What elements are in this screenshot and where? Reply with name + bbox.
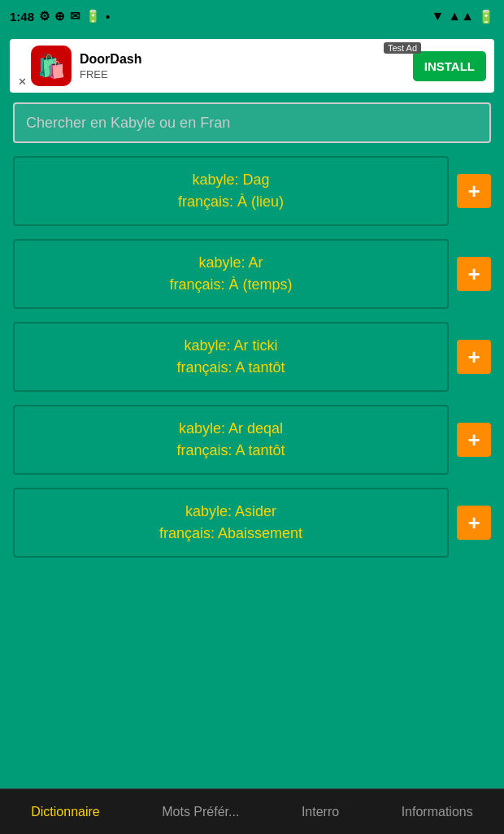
word-card[interactable]: kabyle: Ar deqalfrançais: A tantôt: [13, 405, 449, 475]
card-francais: français: À (lieu): [23, 191, 439, 213]
card-row: kabyle: Arfrançais: À (temps)+: [13, 239, 491, 309]
card-row: kabyle: Dagfrançais: À (lieu)+: [13, 156, 491, 226]
card-francais: français: Abaissement: [23, 523, 439, 545]
status-right: ▼ ▲▲ 🔋: [431, 9, 494, 24]
card-row: kabyle: Asiderfrançais: Abaissement+: [13, 488, 491, 558]
card-kabyle: kabyle: Ar: [23, 252, 439, 274]
cards-container: kabyle: Dagfrançais: À (lieu)+kabyle: Ar…: [0, 148, 504, 566]
status-time: 1:48: [10, 10, 34, 24]
nav-item-informations[interactable]: Informations: [393, 798, 481, 826]
card-francais: français: À (temps): [23, 274, 439, 296]
ad-text: DoorDash FREE: [80, 52, 405, 80]
add-word-button[interactable]: +: [457, 340, 491, 374]
word-card[interactable]: kabyle: Dagfrançais: À (lieu): [13, 156, 449, 226]
ad-title: DoorDash: [80, 52, 405, 67]
ad-icon-symbol: 🛍️: [37, 53, 66, 80]
wifi-icon: ▼: [431, 9, 444, 24]
word-card[interactable]: kabyle: Ar tickifrançais: A tantôt: [13, 322, 449, 392]
add-word-button[interactable]: +: [457, 506, 491, 540]
nav-item-dictionnaire[interactable]: Dictionnaire: [23, 798, 107, 826]
mail-icon: ✉: [70, 9, 80, 24]
add-word-button[interactable]: +: [457, 174, 491, 208]
status-left: 1:48 ⚙ ⊕ ✉ 🔋 •: [10, 9, 110, 24]
card-row: kabyle: Ar deqalfrançais: A tantôt+: [13, 405, 491, 475]
ad-label: Test Ad: [384, 42, 421, 54]
search-input[interactable]: [13, 102, 491, 143]
battery-icon: 🔋: [85, 9, 101, 24]
word-card[interactable]: kabyle: Arfrançais: À (temps): [13, 239, 449, 309]
search-container: [13, 102, 491, 143]
card-kabyle: kabyle: Asider: [23, 501, 439, 523]
card-kabyle: kabyle: Ar deqal: [23, 418, 439, 440]
nav-item-interro[interactable]: Interro: [293, 798, 347, 826]
card-row: kabyle: Ar tickifrançais: A tantôt+: [13, 322, 491, 392]
add-word-button[interactable]: +: [457, 257, 491, 291]
card-kabyle: kabyle: Ar ticki: [23, 335, 439, 357]
ad-install-button[interactable]: INSTALL: [413, 51, 486, 81]
dot-icon: •: [106, 10, 110, 24]
bottom-nav: Dictionnaire Mots Préfér... Interro Info…: [0, 788, 504, 834]
card-francais: français: A tantôt: [23, 357, 439, 379]
battery-level-icon: 🔋: [478, 9, 494, 24]
aurora-icon: ⊕: [54, 9, 65, 24]
ad-subtitle: FREE: [80, 68, 405, 80]
ad-banner: Test Ad ✕ 🛍️ DoorDash FREE INSTALL: [10, 39, 494, 93]
card-francais: français: A tantôt: [23, 440, 439, 462]
add-word-button[interactable]: +: [457, 423, 491, 457]
ad-close-icon[interactable]: ✕: [18, 76, 27, 88]
status-bar: 1:48 ⚙ ⊕ ✉ 🔋 • ▼ ▲▲ 🔋: [0, 0, 504, 33]
signal-icon: ▲▲: [448, 9, 474, 24]
settings-icon: ⚙: [39, 9, 50, 24]
card-kabyle: kabyle: Dag: [23, 169, 439, 191]
nav-item-mots[interactable]: Mots Préfér...: [154, 798, 247, 826]
ad-icon: 🛍️: [31, 46, 72, 86]
word-card[interactable]: kabyle: Asiderfrançais: Abaissement: [13, 488, 449, 558]
